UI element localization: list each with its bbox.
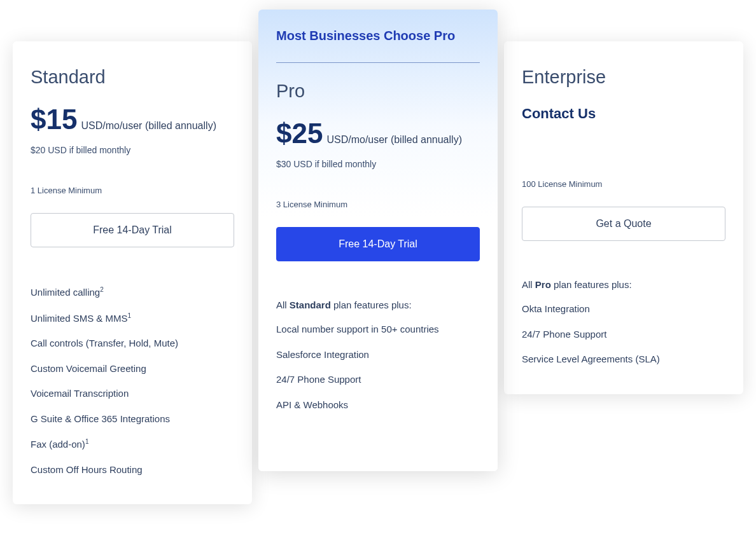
intro-prefix: All <box>522 279 535 290</box>
get-quote-button[interactable]: Get a Quote <box>522 207 725 241</box>
feature-item: Unlimited calling2 <box>31 285 234 299</box>
pricing-card-pro: Most Businesses Choose Pro Pro $25 USD/m… <box>258 10 498 471</box>
price-unit: USD/mo/user (billed annually) <box>81 120 216 132</box>
monthly-note: $30 USD if billed monthly <box>276 159 480 169</box>
features-list: Okta Integration24/7 Phone SupportServic… <box>522 303 725 366</box>
feature-item: API & Webhooks <box>276 399 480 411</box>
price-amount: $25 <box>276 120 323 148</box>
footnote-ref: 2 <box>100 286 104 293</box>
feature-item: Service Level Agreements (SLA) <box>522 353 725 366</box>
free-trial-button[interactable]: Free 14-Day Trial <box>31 213 234 247</box>
features-list: Local number support in 50+ countriesSal… <box>276 323 480 411</box>
intro-bold: Pro <box>535 279 551 290</box>
free-trial-button[interactable]: Free 14-Day Trial <box>276 227 480 261</box>
license-minimum: 1 License Minimum <box>31 186 234 195</box>
feature-item: Unlimited SMS & MMS1 <box>31 312 234 325</box>
feature-item: Local number support in 50+ countries <box>276 323 480 336</box>
intro-bold: Standard <box>290 299 331 310</box>
intro-prefix: All <box>276 299 290 310</box>
contact-us-label: Contact Us <box>522 106 725 122</box>
features-intro: All Pro plan features plus: <box>522 279 725 290</box>
spacer <box>522 134 725 179</box>
feature-item: Okta Integration <box>522 303 725 315</box>
pricing-card-enterprise: Enterprise Contact Us 100 License Minimu… <box>504 41 743 394</box>
featured-badge: Most Businesses Choose Pro <box>276 29 480 63</box>
footnote-ref: 1 <box>128 312 132 319</box>
intro-suffix: plan features plus: <box>551 279 632 290</box>
plan-name: Enterprise <box>522 67 725 88</box>
feature-item: Fax (add-on)1 <box>31 437 234 451</box>
license-minimum: 100 License Minimum <box>522 179 725 189</box>
plan-name: Pro <box>276 81 480 102</box>
plan-name: Standard <box>31 67 234 88</box>
price-row: $15 USD/mo/user (billed annually) <box>31 106 234 134</box>
features-intro: All Standard plan features plus: <box>276 299 480 310</box>
intro-suffix: plan features plus: <box>331 299 412 310</box>
feature-item: Voicemail Transcription <box>31 387 234 400</box>
feature-item: Salesforce Integration <box>276 348 480 361</box>
license-minimum: 3 License Minimum <box>276 200 480 209</box>
monthly-note: $20 USD if billed monthly <box>31 145 234 155</box>
price-row: $25 USD/mo/user (billed annually) <box>276 120 480 148</box>
feature-item: G Suite & Office 365 Integrations <box>31 413 234 425</box>
pricing-card-standard: Standard $15 USD/mo/user (billed annuall… <box>13 41 252 504</box>
price-amount: $15 <box>31 106 77 134</box>
feature-item: Call controls (Transfer, Hold, Mute) <box>31 337 234 350</box>
feature-item: Custom Off Hours Routing <box>31 464 234 476</box>
feature-item: Custom Voicemail Greeting <box>31 362 234 375</box>
features-list: Unlimited calling2Unlimited SMS & MMS1Ca… <box>31 285 234 476</box>
footnote-ref: 1 <box>85 438 89 445</box>
feature-item: 24/7 Phone Support <box>276 373 480 386</box>
pricing-container: Standard $15 USD/mo/user (billed annuall… <box>10 10 746 504</box>
price-unit: USD/mo/user (billed annually) <box>326 134 462 146</box>
feature-item: 24/7 Phone Support <box>522 328 725 341</box>
